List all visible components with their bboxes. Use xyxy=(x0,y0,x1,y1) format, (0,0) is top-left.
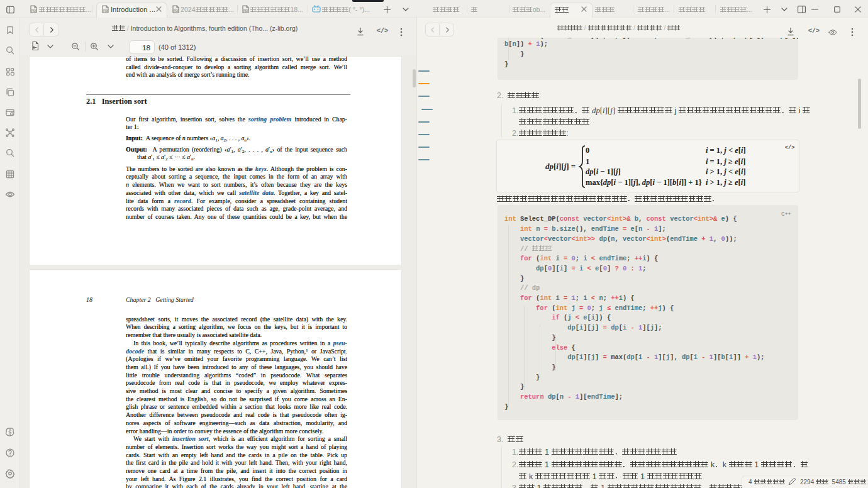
svg-text:PDF: PDF xyxy=(31,9,37,13)
svg-text:PDF: PDF xyxy=(174,9,179,13)
svg-text:PDF: PDF xyxy=(243,9,249,13)
svg-text:PDF: PDF xyxy=(103,9,109,13)
